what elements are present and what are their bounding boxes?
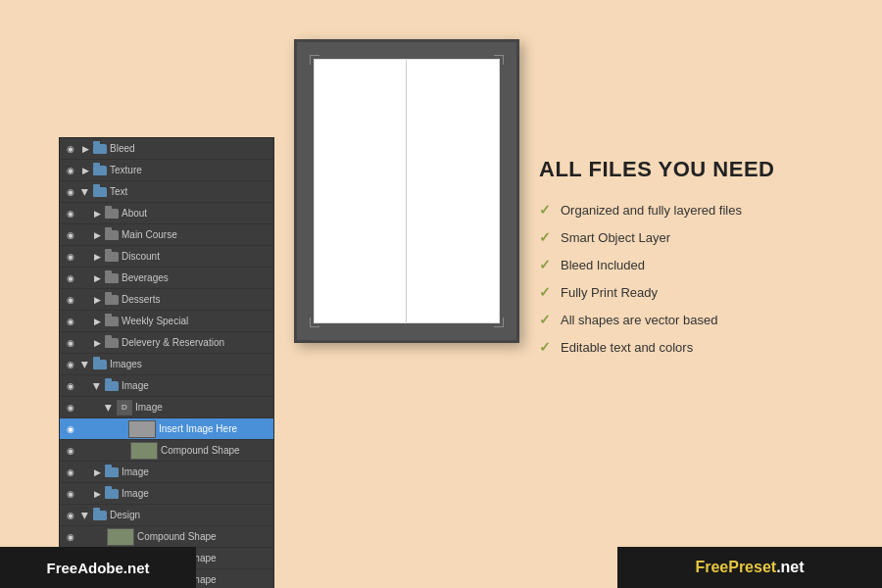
eye-icon[interactable]: ◉: [64, 228, 77, 242]
document-left-column: [315, 60, 407, 322]
layer-name: Weekly Special: [122, 316, 270, 326]
layer-row[interactable]: ◉ ▶ Text: [60, 181, 273, 203]
layer-name: Compound Shape: [137, 531, 270, 542]
layer-name: Discount: [122, 251, 270, 262]
layer-row[interactable]: ◉ ▶ Image: [60, 483, 273, 505]
eye-icon[interactable]: ◉: [64, 250, 77, 264]
arrow-icon: ▶: [80, 166, 90, 175]
corner-mark-br: [494, 318, 504, 327]
layer-name: About: [122, 208, 270, 219]
watermark-right: FreePreset.net: [617, 547, 882, 588]
eye-icon[interactable]: ◉: [64, 422, 77, 436]
layer-name: Image: [135, 402, 270, 413]
folder-icon: [93, 187, 107, 197]
layer-row[interactable]: ◉ ▶ Discount: [60, 246, 273, 268]
folder-icon: [105, 252, 119, 262]
arrow-icon: ▶: [92, 252, 102, 262]
layer-row[interactable]: ◉ ▶ Design: [60, 505, 273, 526]
eye-icon[interactable]: ◉: [64, 185, 77, 199]
layer-thumbnail: [130, 442, 158, 460]
feature-item: ✓ Organized and fully layered files: [539, 202, 833, 218]
feature-text: Bleed Included: [561, 258, 645, 272]
eye-icon[interactable]: ◉: [64, 487, 77, 501]
arrow-icon: ▶: [92, 295, 102, 305]
eye-icon[interactable]: ◉: [64, 509, 77, 522]
layer-row-selected[interactable]: ◉ Insert Image Here: [60, 418, 273, 440]
features-section: ALL FILES YOU NEED ✓ Organized and fully…: [539, 157, 833, 367]
arrow-icon: ▶: [80, 187, 90, 197]
layer-row[interactable]: ◉ ▶ Beverages: [60, 268, 273, 289]
layer-name: Design: [110, 510, 270, 520]
eye-icon[interactable]: ◉: [64, 530, 77, 544]
eye-icon[interactable]: ◉: [64, 379, 77, 393]
eye-icon[interactable]: ◉: [64, 466, 77, 479]
layer-row[interactable]: ◉ ▶ About: [60, 203, 273, 224]
eye-icon[interactable]: ◉: [64, 142, 77, 156]
layer-row[interactable]: ◉ Compound Shape: [60, 440, 273, 462]
layers-panel: ◉ ▶ Bleed ◉ ▶ Texture ◉ ▶ Text ◉ ▶ About…: [59, 137, 274, 588]
arrow-icon: ▶: [92, 209, 102, 219]
feature-item: ✓ All shapes are vector based: [539, 312, 833, 327]
feature-item: ✓ Bleed Included: [539, 257, 833, 272]
corner-mark-bl: [310, 318, 319, 327]
eye-icon[interactable]: ◉: [64, 401, 77, 415]
layer-row[interactable]: ◉ ▶ Main Course: [60, 224, 273, 246]
watermark-right-text: FreePreset.net: [695, 559, 804, 576]
arrow-icon: ▶: [80, 360, 90, 369]
layer-row[interactable]: ◉ ▶ Bleed: [60, 138, 273, 160]
feature-item: ✓ Fully Print Ready: [539, 284, 833, 300]
check-icon: ✓: [539, 257, 551, 272]
arrow-icon: ▶: [80, 511, 90, 520]
layer-row[interactable]: ◉ ▶ Image: [60, 375, 273, 397]
layer-name: Main Course: [122, 229, 270, 240]
arrow-icon: ▶: [92, 489, 102, 499]
feature-text: Fully Print Ready: [561, 285, 658, 300]
eye-icon[interactable]: ◉: [64, 271, 77, 285]
corner-mark-tl: [310, 55, 319, 65]
layer-row[interactable]: ◉ Compound Shape: [60, 526, 273, 548]
layer-row[interactable]: ◉ ▶ Delevery & Reservation: [60, 332, 273, 354]
check-icon: ✓: [539, 339, 551, 355]
folder-icon: [105, 317, 119, 326]
eye-icon[interactable]: ◉: [64, 164, 77, 177]
arrow-icon: ▶: [92, 273, 102, 283]
feature-text: Editable text and colors: [561, 340, 693, 355]
layer-thumbnail: [107, 528, 134, 546]
folder-icon: [93, 144, 107, 154]
layer-name: Desserts: [122, 294, 270, 305]
layer-row[interactable]: ◉ ▶ D Image: [60, 397, 273, 418]
arrow-icon: ▶: [92, 317, 102, 326]
layer-row[interactable]: ◉ ▶ Texture: [60, 160, 273, 181]
layer-name: Insert Image Here: [159, 423, 270, 434]
eye-icon[interactable]: ◉: [64, 444, 77, 458]
layer-row[interactable]: ◉ ▶ Weekly Special: [60, 311, 273, 332]
folder-icon: [105, 489, 119, 499]
layer-name: Images: [110, 359, 270, 369]
layer-row[interactable]: ◉ ▶ Image: [60, 462, 273, 483]
eye-icon[interactable]: ◉: [64, 293, 77, 307]
layer-name: Beverages: [122, 272, 270, 283]
layer-name: Compound Shape: [161, 445, 270, 456]
watermark-left-text: FreeAdobe.net: [46, 560, 149, 576]
folder-icon: [93, 166, 107, 175]
check-icon: ✓: [539, 229, 551, 245]
feature-text: Organized and fully layered files: [561, 203, 742, 218]
eye-icon[interactable]: ◉: [64, 336, 77, 350]
folder-icon: [93, 360, 107, 369]
layer-row[interactable]: ◉ ▶ Desserts: [60, 289, 273, 311]
eye-icon[interactable]: ◉: [64, 358, 77, 371]
layer-row[interactable]: ◉ ▶ Images: [60, 354, 273, 375]
eye-icon[interactable]: ◉: [64, 207, 77, 220]
folder-icon: [105, 209, 119, 219]
feature-item: ✓ Smart Object Layer: [539, 229, 833, 245]
check-icon: ✓: [539, 202, 551, 218]
eye-icon[interactable]: ◉: [64, 315, 77, 328]
layer-name: Text: [110, 186, 270, 197]
features-title: ALL FILES YOU NEED: [539, 157, 833, 182]
folder-icon: [105, 467, 119, 477]
arrow-icon: ▶: [80, 144, 90, 154]
layer-name: Image: [122, 380, 270, 391]
feature-item: ✓ Editable text and colors: [539, 339, 833, 355]
layer-name: Texture: [110, 165, 270, 175]
corner-mark-tr: [494, 55, 504, 65]
